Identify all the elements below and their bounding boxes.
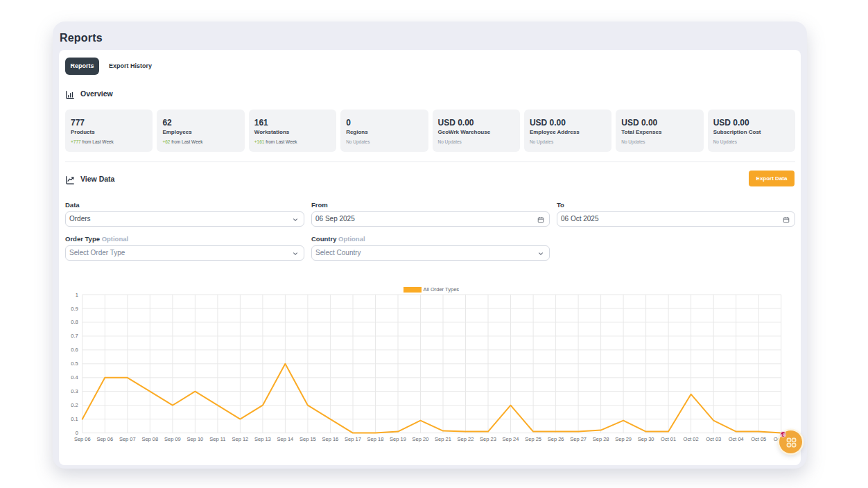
svg-text:Sep 19: Sep 19 — [390, 436, 406, 442]
svg-text:Sep 07: Sep 07 — [119, 436, 136, 442]
svg-text:Sep 30: Sep 30 — [638, 436, 654, 442]
svg-text:Sep 27: Sep 27 — [570, 436, 587, 442]
svg-text:1: 1 — [76, 292, 78, 298]
svg-text:Sep 15: Sep 15 — [300, 436, 316, 442]
svg-text:Oct 04: Oct 04 — [729, 436, 744, 442]
svg-text:0.8: 0.8 — [71, 319, 78, 325]
svg-text:Sep 28: Sep 28 — [593, 436, 609, 442]
svg-text:0.1: 0.1 — [71, 416, 78, 422]
svg-text:Sep 20: Sep 20 — [413, 436, 429, 442]
svg-text:Sep 06: Sep 06 — [96, 436, 113, 442]
svg-text:Sep 26: Sep 26 — [548, 436, 564, 442]
svg-text:Sep 12: Sep 12 — [232, 436, 249, 442]
svg-text:Sep 22: Sep 22 — [458, 436, 474, 442]
svg-text:Sep 11: Sep 11 — [209, 436, 225, 442]
svg-text:0.5: 0.5 — [71, 360, 78, 367]
svg-text:Sep 06: Sep 06 — [74, 436, 91, 442]
svg-text:Oct 02: Oct 02 — [684, 436, 699, 442]
svg-text:Sep 25: Sep 25 — [525, 436, 541, 442]
svg-text:Sep 23: Sep 23 — [480, 436, 496, 442]
svg-text:Sep 17: Sep 17 — [345, 436, 361, 442]
svg-text:Sep 13: Sep 13 — [254, 436, 271, 442]
svg-text:Sep 10: Sep 10 — [187, 436, 204, 442]
svg-text:Oct 03: Oct 03 — [706, 436, 721, 442]
svg-text:Sep 21: Sep 21 — [435, 436, 451, 442]
svg-text:Sep 16: Sep 16 — [322, 436, 339, 442]
svg-text:Oct 01: Oct 01 — [661, 436, 676, 442]
svg-text:Sep 09: Sep 09 — [164, 436, 181, 442]
svg-text:0.9: 0.9 — [71, 306, 78, 312]
svg-text:0.2: 0.2 — [71, 402, 78, 408]
svg-text:0: 0 — [76, 430, 78, 436]
svg-text:0.4: 0.4 — [71, 374, 78, 381]
svg-text:Oct 05: Oct 05 — [751, 436, 766, 442]
svg-text:Sep 18: Sep 18 — [367, 436, 384, 442]
svg-text:0.6: 0.6 — [71, 347, 78, 353]
svg-text:Sep 29: Sep 29 — [615, 436, 632, 442]
svg-text:0.7: 0.7 — [71, 333, 78, 339]
svg-text:0.3: 0.3 — [71, 388, 78, 394]
svg-text:Sep 24: Sep 24 — [503, 436, 519, 442]
svg-text:Sep 08: Sep 08 — [141, 436, 158, 442]
svg-text:Sep 14: Sep 14 — [277, 436, 294, 442]
